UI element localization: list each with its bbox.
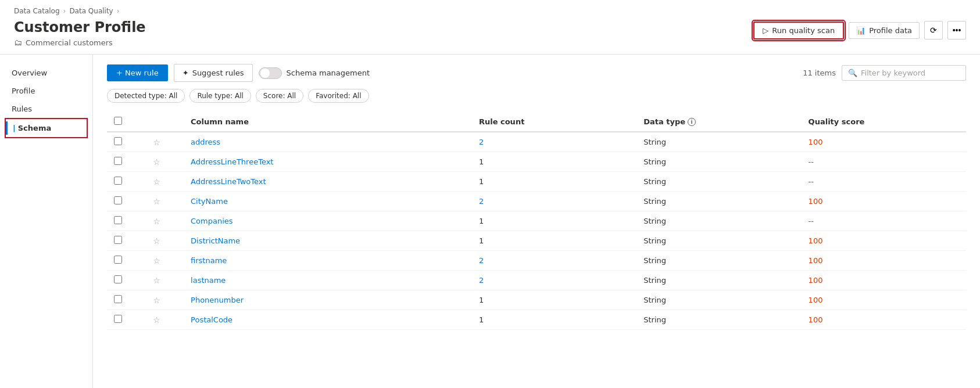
data-table: Column name Rule count Data type i Quali… bbox=[107, 112, 966, 330]
new-rule-button[interactable]: + New rule bbox=[107, 64, 168, 81]
filter-chip-rule-type[interactable]: Rule type: All bbox=[189, 89, 251, 103]
favorite-star[interactable]: ☆ bbox=[153, 256, 160, 265]
favorite-star[interactable]: ☆ bbox=[153, 315, 160, 325]
sidebar-item-profile[interactable]: Profile bbox=[0, 82, 92, 100]
rule-count-link[interactable]: 2 bbox=[479, 256, 484, 265]
favorite-star[interactable]: ☆ bbox=[153, 177, 160, 186]
history-icon: ⟳ bbox=[930, 26, 937, 35]
breadcrumb-data-catalog[interactable]: Data Catalog bbox=[14, 7, 60, 15]
rule-count: 1 bbox=[479, 296, 484, 304]
column-name-link[interactable]: address bbox=[191, 138, 220, 146]
profile-data-label: Profile data bbox=[869, 26, 912, 35]
schema-management-label: Schema management bbox=[287, 69, 370, 77]
rule-count-link[interactable]: 2 bbox=[479, 138, 484, 146]
table-row: ☆lastname2String100 bbox=[107, 271, 966, 290]
content-area: + New rule ✦ Suggest rules Schema manage… bbox=[93, 55, 980, 388]
column-name-link[interactable]: lastname bbox=[191, 276, 226, 285]
filter-chip-score[interactable]: Score: All bbox=[256, 89, 303, 103]
quality-score-dash: -- bbox=[809, 157, 814, 166]
favorite-star[interactable]: ☆ bbox=[153, 217, 160, 226]
data-type-value: String bbox=[643, 157, 666, 166]
table-row: ☆Phonenumber1String100 bbox=[107, 290, 966, 310]
column-name-link[interactable]: PostalCode bbox=[191, 315, 233, 324]
column-name-link[interactable]: Phonenumber bbox=[191, 296, 244, 304]
quality-score-dash: -- bbox=[809, 177, 814, 186]
data-type-value: String bbox=[643, 296, 666, 304]
sidebar-item-schema[interactable]: | Schema bbox=[6, 119, 87, 137]
suggest-rules-button[interactable]: ✦ Suggest rules bbox=[174, 64, 253, 82]
filter-chips: Detected type: All Rule type: All Score:… bbox=[107, 89, 966, 103]
chip-label: Rule type: All bbox=[197, 92, 243, 100]
quality-score-dash: -- bbox=[809, 217, 814, 225]
breadcrumb-data-quality[interactable]: Data Quality bbox=[69, 7, 113, 15]
column-name-link[interactable]: AddressLineThreeText bbox=[191, 157, 273, 166]
breadcrumb: Data Catalog › Data Quality › bbox=[14, 7, 966, 15]
table-row: ☆AddressLineThreeText1String-- bbox=[107, 152, 966, 172]
profile-data-button[interactable]: 📊 Profile data bbox=[849, 22, 920, 39]
select-all-checkbox[interactable] bbox=[114, 117, 122, 125]
data-type-value: String bbox=[643, 177, 666, 186]
rule-count: 1 bbox=[479, 217, 484, 225]
rule-count: 1 bbox=[479, 315, 484, 324]
sidebar-item-overview[interactable]: Overview bbox=[0, 64, 92, 82]
row-checkbox[interactable] bbox=[114, 196, 122, 204]
table-row: ☆address2String100 bbox=[107, 132, 966, 152]
toggle-switch[interactable] bbox=[259, 67, 282, 79]
column-name-link[interactable]: DistrictName bbox=[191, 236, 240, 245]
column-name-link[interactable]: AddressLineTwoText bbox=[191, 177, 266, 186]
chip-label: Score: All bbox=[263, 92, 296, 100]
search-icon: 🔍 bbox=[848, 69, 857, 77]
data-type-value: String bbox=[643, 276, 666, 285]
sidebar-item-label: Schema bbox=[18, 124, 51, 132]
row-checkbox[interactable] bbox=[114, 256, 122, 264]
run-quality-scan-button[interactable]: ▷ Run quality scan bbox=[753, 21, 844, 39]
column-name-link[interactable]: firstname bbox=[191, 256, 227, 265]
data-type-value: String bbox=[643, 197, 666, 206]
sidebar-item-label: Overview bbox=[12, 69, 47, 77]
th-quality-score: Quality score bbox=[802, 112, 966, 132]
sidebar-item-rules[interactable]: Rules bbox=[0, 100, 92, 118]
column-name-link[interactable]: CityName bbox=[191, 197, 228, 206]
filter-wrapper: 🔍 bbox=[842, 65, 966, 81]
row-checkbox[interactable] bbox=[114, 275, 122, 283]
more-icon: ••• bbox=[953, 26, 961, 35]
suggest-icon: ✦ bbox=[183, 69, 189, 77]
column-name-link[interactable]: Companies bbox=[191, 217, 233, 225]
items-count: 11 items bbox=[803, 69, 836, 77]
th-rule-count: Rule count bbox=[472, 112, 636, 132]
chip-label: Detected type: All bbox=[115, 92, 177, 100]
sidebar-item-label: Profile bbox=[12, 87, 35, 95]
row-checkbox[interactable] bbox=[114, 216, 122, 224]
run-scan-label: Run quality scan bbox=[772, 26, 835, 35]
play-icon: ▷ bbox=[763, 26, 768, 35]
data-type-value: String bbox=[643, 256, 666, 265]
favorite-star[interactable]: ☆ bbox=[153, 157, 160, 167]
favorite-star[interactable]: ☆ bbox=[153, 276, 160, 285]
row-checkbox[interactable] bbox=[114, 315, 122, 323]
filter-chip-detected-type[interactable]: Detected type: All bbox=[107, 89, 185, 103]
row-checkbox[interactable] bbox=[114, 236, 122, 244]
rule-count-link[interactable]: 2 bbox=[479, 197, 484, 206]
row-checkbox[interactable] bbox=[114, 295, 122, 303]
data-type-info-icon[interactable]: i bbox=[688, 118, 696, 126]
row-checkbox[interactable] bbox=[114, 177, 122, 185]
data-type-value: String bbox=[643, 315, 666, 324]
filter-input[interactable] bbox=[861, 69, 960, 77]
favorite-star[interactable]: ☆ bbox=[153, 236, 160, 246]
favorite-star[interactable]: ☆ bbox=[153, 138, 160, 147]
table-row: ☆CityName2String100 bbox=[107, 192, 966, 211]
more-options-button[interactable]: ••• bbox=[947, 21, 966, 39]
filter-chip-favorited[interactable]: Favorited: All bbox=[308, 89, 369, 103]
row-checkbox[interactable] bbox=[114, 137, 122, 145]
favorite-star[interactable]: ☆ bbox=[153, 296, 160, 305]
rule-count-link[interactable]: 2 bbox=[479, 276, 484, 285]
favorite-star[interactable]: ☆ bbox=[153, 197, 160, 206]
new-rule-label: + New rule bbox=[116, 69, 159, 77]
data-type-value: String bbox=[643, 236, 666, 245]
quality-score-value: 100 bbox=[809, 315, 823, 324]
table-row: ☆DistrictName1String100 bbox=[107, 231, 966, 251]
row-checkbox[interactable] bbox=[114, 157, 122, 165]
sidebar-item-label: Rules bbox=[12, 105, 32, 113]
history-button[interactable]: ⟳ bbox=[924, 21, 943, 39]
bar-chart-icon: 📊 bbox=[856, 26, 865, 35]
